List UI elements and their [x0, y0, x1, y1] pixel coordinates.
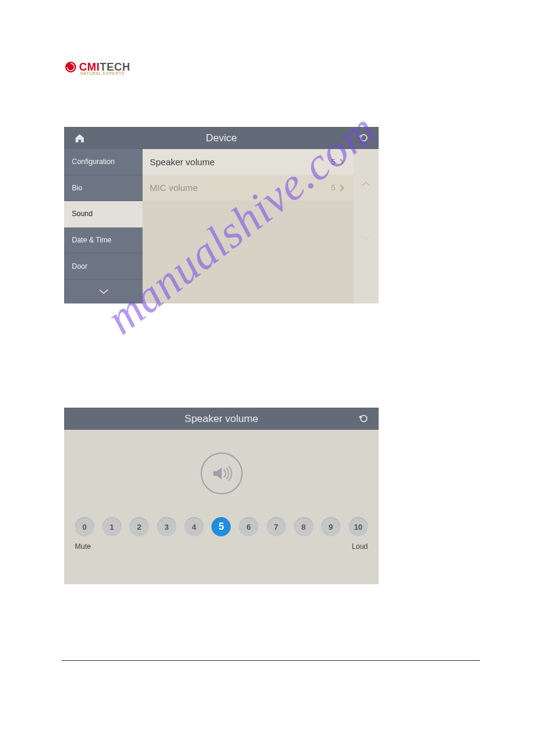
setting-value: 5 — [331, 157, 335, 166]
brand-mark-icon — [65, 61, 77, 75]
brand-text: CMITECH NATURAL EXPERTS — [79, 62, 131, 75]
volume-max-label: Loud — [352, 542, 368, 551]
speaker-icon — [201, 453, 243, 494]
volume-level-0[interactable]: 0 — [75, 517, 94, 536]
sidebar-item-label: Date & Time — [72, 236, 111, 244]
volume-min-label: Mute — [75, 542, 91, 551]
volume-level-9[interactable]: 9 — [321, 517, 340, 536]
device-titlebar: Device — [64, 127, 379, 149]
volume-level-8[interactable]: 8 — [294, 517, 313, 536]
volume-level-5[interactable]: 5 — [211, 517, 231, 536]
level-label: 2 — [137, 523, 141, 532]
volume-title: Speaker volume — [64, 413, 379, 425]
volume-level-7[interactable]: 7 — [267, 517, 286, 536]
device-title: Device — [64, 132, 379, 144]
page-divider — [62, 660, 480, 661]
sidebar-more-icon[interactable] — [64, 280, 143, 303]
volume-titlebar: Speaker volume — [64, 408, 379, 430]
back-icon[interactable] — [358, 408, 370, 430]
device-body: Configuration Bio Sound Date & Time Door… — [64, 149, 379, 303]
volume-level-row: 0 1 2 3 4 5 6 7 8 9 10 — [75, 517, 368, 536]
sidebar-item-datetime[interactable]: Date & Time — [64, 227, 143, 254]
setting-speaker-volume[interactable]: Speaker volume 5 — [143, 149, 353, 175]
setting-label: Speaker volume — [150, 157, 331, 167]
sidebar-item-sound[interactable]: Sound — [64, 201, 143, 227]
brand-wordmark: CMITECH — [79, 62, 131, 72]
device-sidebar: Configuration Bio Sound Date & Time Door — [64, 149, 143, 303]
volume-level-4[interactable]: 4 — [185, 517, 204, 536]
sidebar-item-door[interactable]: Door — [64, 253, 143, 280]
chevron-right-icon — [339, 184, 344, 192]
volume-level-3[interactable]: 3 — [157, 517, 176, 536]
home-icon[interactable] — [74, 127, 86, 149]
level-label: 10 — [354, 523, 362, 532]
device-content: Speaker volume 5 MIC volume 5 — [143, 149, 353, 303]
chevron-down-icon[interactable] — [361, 233, 371, 244]
setting-mic-volume[interactable]: MIC volume 5 — [143, 175, 353, 201]
brand-tagline: NATURAL EXPERTS — [80, 71, 131, 75]
chevron-right-icon — [339, 159, 344, 166]
setting-value: 5 — [331, 183, 335, 192]
back-icon[interactable] — [358, 127, 370, 149]
brand-logo: CMITECH NATURAL EXPERTS — [65, 61, 131, 75]
sidebar-item-configuration[interactable]: Configuration — [64, 149, 143, 175]
setting-label: MIC volume — [150, 183, 331, 193]
sidebar-item-label: Configuration — [72, 157, 114, 166]
device-panel: Device Configuration Bio Sound Date & Ti… — [64, 127, 379, 303]
level-label: 9 — [329, 523, 333, 532]
level-label: 8 — [301, 523, 306, 532]
page: CMITECH NATURAL EXPERTS Device Configura… — [0, 0, 535, 756]
volume-level-1[interactable]: 1 — [102, 517, 122, 536]
volume-level-10[interactable]: 10 — [349, 517, 368, 536]
level-label: 7 — [274, 523, 278, 532]
sidebar-item-bio[interactable]: Bio — [64, 175, 143, 202]
level-label: 5 — [219, 521, 224, 532]
volume-level-6[interactable]: 6 — [239, 517, 258, 536]
level-label: 0 — [82, 523, 86, 532]
device-scroll-indicators — [353, 149, 379, 303]
level-label: 1 — [110, 523, 114, 532]
level-label: 3 — [164, 523, 168, 532]
volume-level-2[interactable]: 2 — [129, 517, 149, 536]
sidebar-item-label: Sound — [72, 210, 93, 218]
level-label: 4 — [192, 523, 196, 532]
volume-body: 0 1 2 3 4 5 6 7 8 9 10 Mute Loud — [64, 430, 379, 551]
chevron-up-icon[interactable] — [361, 179, 371, 190]
sidebar-item-label: Bio — [72, 184, 82, 192]
level-label: 6 — [247, 523, 251, 532]
sidebar-item-label: Door — [72, 262, 87, 271]
volume-panel: Speaker volume 0 1 2 3 4 5 6 — [64, 408, 379, 584]
volume-range-labels: Mute Loud — [75, 542, 368, 551]
